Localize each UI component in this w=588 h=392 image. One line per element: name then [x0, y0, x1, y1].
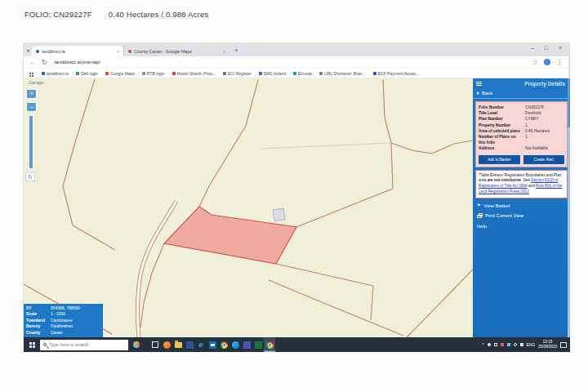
hamburger-menu-icon[interactable]	[476, 82, 482, 82]
new-tab-button[interactable]: +	[234, 47, 238, 54]
firefox-icon[interactable]	[161, 337, 172, 352]
map-refresh-button[interactable]: ↻	[25, 172, 35, 181]
bookmark-item[interactable]: ECF Payment Accep...	[373, 71, 419, 76]
bookmark-item[interactable]: Martin Shanb. Prop...	[172, 71, 216, 76]
tray-time: 13:15	[543, 340, 553, 344]
bookmark-favicon	[142, 72, 145, 75]
language-indicator[interactable]: ENG	[527, 343, 535, 347]
plan-count-value: 1	[525, 134, 564, 145]
network-icon[interactable]	[520, 343, 523, 346]
zoom-out-button[interactable]: –	[26, 102, 37, 112]
add-to-basket-button[interactable]: Add to Basket	[479, 155, 520, 164]
action-center-icon[interactable]	[560, 342, 567, 348]
close-button[interactable]: ×	[559, 45, 562, 51]
scale-value: 1 : 1000	[51, 311, 65, 317]
bookmark-item[interactable]: EGI Register	[223, 71, 252, 76]
back-arrow-icon	[477, 91, 479, 95]
bookmark-favicon	[172, 72, 176, 75]
county-value: Cavan	[51, 330, 62, 336]
app-tray-icon[interactable]	[501, 343, 504, 346]
back-link[interactable]: Back	[473, 88, 570, 99]
bookmark-item[interactable]: landdirect.ie	[42, 71, 69, 76]
bookmark-favicon	[42, 72, 45, 75]
browser-toolbar: ← ↻ landdirect.ie/pramap/ ☆ ⋮	[24, 56, 568, 69]
folio-number-value: CN29227F	[525, 105, 564, 110]
tab-landdirect[interactable]: landdirect.ie ×	[32, 46, 123, 56]
bookmark-favicon	[223, 72, 226, 75]
reload-icon[interactable]: ↻	[42, 59, 47, 66]
bookmark-star-icon[interactable]: ☆	[532, 59, 538, 66]
kebab-menu-icon[interactable]: ⋮	[556, 59, 563, 66]
tray-expand-icon[interactable]: ^	[482, 342, 483, 347]
scan-header: FOLIO: CN29227F0.40 Hectares / 0.988 Acr…	[24, 10, 208, 19]
panel-scrollbar[interactable]	[568, 78, 570, 337]
property-details-panel: Property Details Back Folio NumberCN2922…	[473, 78, 570, 337]
tab-close-icon[interactable]: ×	[117, 49, 119, 54]
system-tray: ^ ENG 13:15 15/09/2023	[482, 340, 570, 350]
printer-icon	[477, 215, 482, 218]
browser-window: ▾ landdirect.ie × County Cavan - Google …	[23, 42, 569, 351]
bookmark-favicon	[373, 72, 376, 75]
chrome-active-icon[interactable]	[264, 337, 275, 352]
map-info-legend: XY654388, 788560 Scale1 : 1000 TownlandC…	[24, 304, 103, 337]
bookmark-item[interactable]: SMS Ireland	[259, 71, 287, 76]
address-value: Not Available	[525, 145, 564, 151]
apps-grid-icon[interactable]	[29, 73, 31, 74]
bookmark-item[interactable]: Google Maps	[105, 71, 135, 76]
disclaimer-note: *Tailte Éireann Registration Boundaries …	[475, 170, 568, 198]
tab-label: County Cavan - Google Maps	[134, 49, 220, 54]
bookmark-favicon	[293, 72, 296, 75]
tab-search-chevron-icon[interactable]: ▾	[27, 47, 29, 53]
chrome-icon[interactable]	[218, 337, 229, 352]
bookmark-favicon	[259, 72, 262, 75]
outlook-icon[interactable]	[207, 337, 218, 352]
print-current-view-link[interactable]: Print Current View	[473, 211, 570, 220]
create-alert-button[interactable]: Create Alert	[523, 155, 565, 164]
bookmark-favicon	[105, 72, 109, 75]
tab-close-icon[interactable]: ×	[223, 49, 225, 54]
maximize-button[interactable]: □	[545, 45, 548, 51]
title-level-value: Freehold	[525, 110, 564, 116]
zoom-in-button[interactable]: +	[26, 89, 37, 99]
word-icon[interactable]	[184, 337, 195, 352]
windows-taskbar: e ^ ENG 13:15 15/09/2023	[24, 337, 570, 352]
address-bar[interactable]: landdirect.ie/pramap/	[55, 60, 527, 65]
help-link[interactable]: Help	[473, 220, 570, 232]
internet-explorer-icon[interactable]: e	[195, 337, 207, 352]
view-basket-link[interactable]: ⚑ View Basket	[473, 201, 570, 211]
search-input[interactable]	[49, 342, 118, 347]
basket-flag-icon: ⚑	[477, 203, 480, 207]
tab-strip: ▾ landdirect.ie × County Cavan - Google …	[24, 43, 568, 56]
property-number-value: 1	[525, 122, 564, 128]
bookmark-item[interactable]: Eircode	[293, 71, 312, 76]
edge-icon[interactable]	[229, 337, 241, 352]
excel-icon[interactable]	[252, 337, 264, 352]
bookmark-item[interactable]: Daft login	[76, 71, 98, 76]
search-highlights-icon[interactable]	[133, 341, 140, 348]
shield-icon[interactable]	[494, 343, 497, 346]
barony-value: Castlerahan	[51, 323, 73, 329]
file-explorer-icon[interactable]	[172, 337, 184, 352]
map-canvas[interactable]	[24, 78, 473, 337]
plan-number-value: CY68IY	[525, 116, 564, 122]
map-viewport[interactable]: Garage + – ↻ XY654388, 788560 Scale1 : 1…	[24, 78, 473, 337]
start-button[interactable]	[24, 337, 40, 352]
teams-icon[interactable]	[241, 337, 252, 352]
task-view-icon[interactable]	[149, 337, 161, 352]
townland-value: Carrickavee	[51, 318, 73, 323]
clock[interactable]: 13:15 15/09/2023	[538, 340, 557, 350]
tab-google-maps[interactable]: County Cavan - Google Maps ×	[123, 46, 229, 56]
teams-tray-icon[interactable]	[507, 343, 510, 346]
bookmark-item[interactable]: RTB login	[142, 71, 165, 76]
panel-title: Property Details	[524, 81, 565, 87]
minimize-button[interactable]: –	[531, 45, 534, 51]
profile-avatar[interactable]	[544, 59, 550, 65]
onedrive-icon[interactable]	[488, 343, 491, 346]
zoom-slider[interactable]	[29, 115, 33, 169]
taskbar-search[interactable]	[40, 340, 128, 350]
search-icon	[43, 343, 47, 346]
volume-icon[interactable]	[514, 343, 517, 346]
back-icon[interactable]: ←	[29, 59, 36, 66]
bookmark-item[interactable]: URL Shortener: Bran...	[319, 71, 366, 76]
landdirect-favicon	[36, 50, 39, 53]
